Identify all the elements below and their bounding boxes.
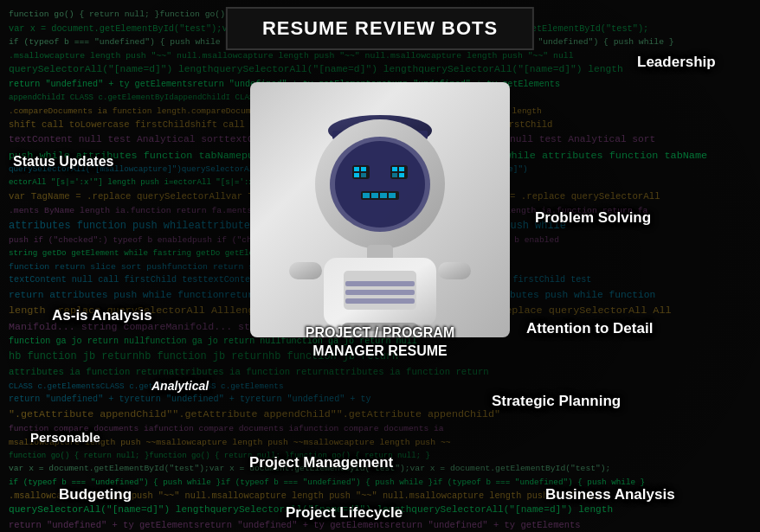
resume-label-line1: PROJECT / PROGRAM [293, 324, 467, 343]
svg-rect-8 [361, 167, 366, 171]
label-as-is-analysis: As-is Analysis [52, 307, 152, 324]
svg-rect-14 [399, 173, 404, 177]
svg-point-4 [335, 141, 425, 228]
label-status-updates: Status Updates [13, 154, 113, 170]
svg-rect-17 [371, 193, 378, 198]
svg-rect-16 [363, 193, 370, 198]
svg-rect-25 [345, 298, 415, 304]
svg-rect-24 [345, 290, 415, 295]
svg-rect-9 [354, 173, 359, 177]
label-leadership: Leadership [637, 54, 716, 71]
robot-image [250, 82, 510, 337]
svg-rect-19 [389, 193, 396, 198]
label-personable: Personable [30, 430, 100, 445]
svg-rect-23 [345, 281, 415, 286]
label-budgeting: Budgeting [59, 486, 132, 503]
label-analytical: Analytical [151, 379, 209, 393]
label-problem-solving: Problem Solving [535, 209, 651, 227]
svg-rect-10 [361, 173, 366, 177]
label-business-analysis: Business Analysis [545, 486, 675, 503]
svg-rect-13 [392, 173, 397, 177]
label-project-lifecycle: Project Lifecycle [286, 504, 403, 522]
robot-svg [267, 89, 493, 331]
label-attention-to-detail: Attention to Detail [526, 320, 653, 337]
label-strategic-planning: Strategic Planning [492, 393, 621, 410]
svg-rect-12 [399, 167, 404, 171]
page-title: RESUME REVIEW BOTS [262, 17, 498, 40]
svg-rect-26 [289, 262, 322, 279]
title-bar: RESUME REVIEW BOTS [226, 7, 534, 50]
svg-rect-18 [380, 193, 387, 198]
label-project-management: Project Management [249, 454, 393, 471]
resume-label-line2: MANAGER RESUME [293, 343, 467, 361]
resume-label: PROJECT / PROGRAM MANAGER RESUME [293, 324, 467, 361]
svg-rect-27 [438, 262, 471, 279]
svg-rect-11 [392, 167, 397, 171]
svg-rect-7 [354, 167, 359, 171]
